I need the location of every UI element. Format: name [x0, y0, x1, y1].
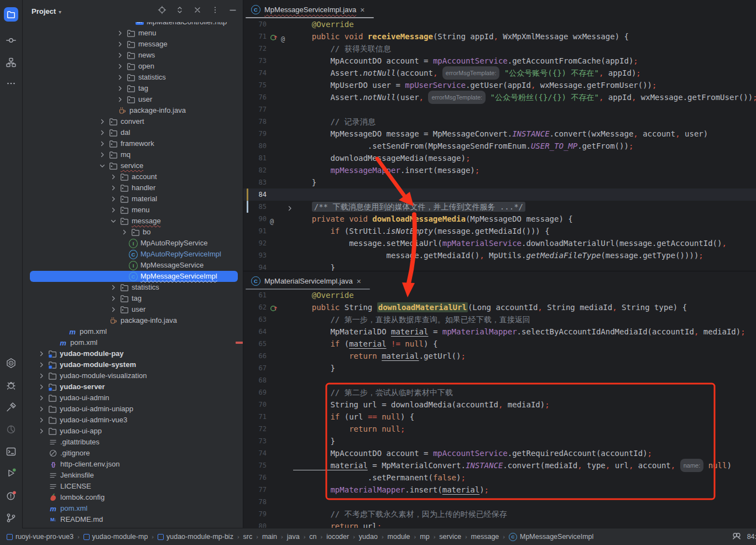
tree-item-yudao-ui-admin[interactable]: yudao-ui-admin	[23, 392, 243, 403]
tree-item-yudao-module-system[interactable]: yudao-module-system	[23, 359, 243, 370]
chevron-right-icon[interactable]	[110, 207, 117, 213]
tree-item-statistics[interactable]: statistics	[23, 72, 243, 83]
annotation-icon[interactable]: @	[270, 215, 278, 223]
tree-item-bo[interactable]: bo	[23, 227, 243, 238]
code-line-93[interactable]: 93 message.getMediaId(), MpUtils.getMedi…	[243, 249, 756, 261]
breadcrumb-item-yudao-module-mp[interactable]: yudao-module-mp	[84, 533, 148, 541]
profiler-icon[interactable]	[0, 420, 22, 439]
overrides-icon[interactable]	[270, 33, 278, 40]
tree-item-service[interactable]: service	[23, 160, 243, 171]
code-line-74[interactable]: 74 MpAccountDO account = mpAccountServic…	[243, 447, 756, 459]
services-icon[interactable]	[0, 354, 22, 373]
annotation-icon[interactable]: @	[281, 33, 289, 40]
close-icon[interactable]: ×	[360, 6, 364, 14]
code-line-67[interactable]: 67 }	[243, 362, 756, 374]
terminal-icon[interactable]	[0, 442, 22, 461]
tree-item-news[interactable]: news	[23, 50, 243, 61]
tree-item-package-info-java[interactable]: package-info.java	[23, 105, 243, 116]
code-line-73[interactable]: 73 }	[243, 435, 756, 447]
code-line-76[interactable]: 76 Assert.notNull(user, errorMsgTemplate…	[243, 91, 756, 103]
code-line-90[interactable]: 90@ private void downloadMessageMedia(Mp…	[243, 213, 756, 225]
breadcrumb-item-mp[interactable]: mp	[420, 533, 429, 541]
commit-icon[interactable]	[0, 31, 22, 50]
code-line-71[interactable]: 71 if (url == null) {	[243, 411, 756, 423]
tree-item-yudao-module-visualization[interactable]: yudao-module-visualization	[23, 370, 243, 381]
project-panel-title[interactable]: Project▾	[32, 7, 61, 15]
breadcrumb-item-iocoder[interactable]: iocoder	[326, 533, 349, 541]
chevron-right-icon[interactable]	[38, 417, 45, 423]
project-tree[interactable]: APIMpMaterialController.httpmenumessagen…	[23, 0, 243, 528]
tree-item-yudao-ui-admin-vue3[interactable]: yudao-ui-admin-vue3	[23, 415, 243, 426]
chevron-right-icon[interactable]	[38, 384, 45, 390]
chevron-right-icon[interactable]	[110, 196, 117, 202]
tree-item-pom-xml[interactable]: mpom.xml	[23, 337, 243, 348]
code-line-91[interactable]: 91 if (StrUtil.isNotEmpty(message.getMed…	[243, 225, 756, 237]
chevron-right-icon[interactable]	[38, 406, 45, 412]
tree-item-convert[interactable]: convert	[23, 116, 243, 127]
problems-icon[interactable]	[0, 486, 22, 505]
tree-item-handler[interactable]: handler	[23, 182, 243, 193]
code-line-74[interactable]: 74 Assert.notNull(account, errorMsgTempl…	[243, 67, 756, 79]
chevron-right-icon[interactable]	[117, 52, 123, 59]
more-horizontal-icon[interactable]	[0, 74, 22, 93]
code-line-78[interactable]: 78 // 记录消息	[243, 116, 756, 128]
build-icon[interactable]	[0, 398, 22, 417]
chevron-right-icon[interactable]	[110, 284, 117, 291]
code-line-77[interactable]: 77	[243, 103, 756, 116]
tree-item-menu[interactable]: menu	[23, 28, 243, 39]
code-line-75[interactable]: 75 material = MpMaterialConvert.INSTANCE…	[243, 459, 756, 471]
chevron-right-icon[interactable]	[38, 361, 45, 368]
tree-item-readme-md[interactable]: M↓README.md	[23, 514, 243, 525]
tree-item-open[interactable]: open	[23, 61, 243, 72]
code-line-66[interactable]: 66 return material.getUrl();	[243, 350, 756, 362]
chevron-right-icon[interactable]	[121, 229, 128, 235]
tree-item-license[interactable]: LICENSE	[23, 481, 243, 492]
tree-item--gitattributes[interactable]: .gitattributes	[23, 437, 243, 448]
version-control-icon[interactable]	[0, 509, 22, 527]
tree-item-mpmessageserviceimpl[interactable]: CMpMessageServiceImpl	[23, 271, 243, 282]
code-line-82[interactable]: 82 mpMessageMapper.insert(message);	[243, 164, 756, 176]
chevron-right-icon[interactable]	[110, 185, 117, 191]
hide-icon[interactable]	[228, 6, 237, 17]
tree-item-yudao-ui-admin-uniapp[interactable]: yudao-ui-admin-uniapp	[23, 403, 243, 415]
tree-item-http-client-env-json[interactable]: {}http-client.env.json	[23, 459, 243, 470]
tree-item--gitignore[interactable]: .gitignore	[23, 448, 243, 459]
chevron-down-icon[interactable]	[99, 163, 106, 169]
code-line-63[interactable]: 63 // 第一步，直接从数据库查询。如果已经下载，直接返回	[243, 313, 756, 326]
breadcrumb-item-ruoyi-vue-pro-vue3[interactable]: ruoyi-vue-pro-vue3	[7, 533, 74, 541]
code-line-72[interactable]: 72 return null;	[243, 423, 756, 435]
code-line-79[interactable]: 79 // 不考虑下载永久素材，因为上传的时候已经保存	[243, 508, 756, 520]
code-line-94[interactable]: 94 }	[243, 261, 756, 271]
chevron-right-icon[interactable]	[38, 350, 45, 357]
chevron-right-icon[interactable]	[117, 41, 123, 48]
chevron-right-icon[interactable]	[38, 428, 45, 434]
chevron-right-icon[interactable]	[110, 306, 117, 313]
run-icon[interactable]	[0, 464, 22, 483]
updown-icon[interactable]	[175, 6, 184, 17]
tree-item-framework[interactable]: framework	[23, 138, 243, 149]
tree-item-mpautoreplyservice[interactable]: IMpAutoReplyService	[23, 238, 243, 249]
close-icon[interactable]	[193, 6, 202, 17]
tree-item-material[interactable]: material	[23, 193, 243, 205]
close-icon[interactable]: ×	[357, 277, 361, 285]
tree-item-user[interactable]: user	[23, 304, 243, 315]
tree-item-pom-xml[interactable]: mpom.xml	[23, 326, 243, 337]
code-line-77[interactable]: 77 mpMaterialMapper.insert(material);	[243, 484, 756, 496]
code-line-81[interactable]: 81 downloadMessageMedia(message);	[243, 152, 756, 164]
tree-item-yudao-ui-app[interactable]: yudao-ui-app	[23, 426, 243, 437]
code-line-75[interactable]: 75 MpUserDO user = mpUserService.getUser…	[243, 79, 756, 91]
tree-item-statistics[interactable]: statistics	[23, 282, 243, 293]
tree-item-yudao-server[interactable]: yudao-server	[23, 381, 243, 392]
chevron-right-icon[interactable]	[117, 30, 123, 36]
project-folder-icon[interactable]	[0, 3, 22, 25]
chevron-right-icon[interactable]	[99, 151, 106, 158]
breadcrumb[interactable]: ruoyi-vue-pro-vue3›yudao-module-mp›yudao…	[7, 533, 593, 541]
tab-mpmaterialserviceimpl[interactable]: C MpMaterialServiceImpl.java ×	[246, 273, 367, 289]
tree-item-mq[interactable]: mq	[23, 149, 243, 160]
tree-item-message[interactable]: message	[23, 216, 243, 227]
code-line-78[interactable]: 78	[243, 496, 756, 508]
chevron-right-icon[interactable]	[38, 373, 45, 379]
code-line-68[interactable]: 68	[243, 374, 756, 386]
chevron-right-icon[interactable]	[99, 140, 106, 147]
code-line-73[interactable]: 73 MpAccountDO account = mpAccountServic…	[243, 55, 756, 67]
